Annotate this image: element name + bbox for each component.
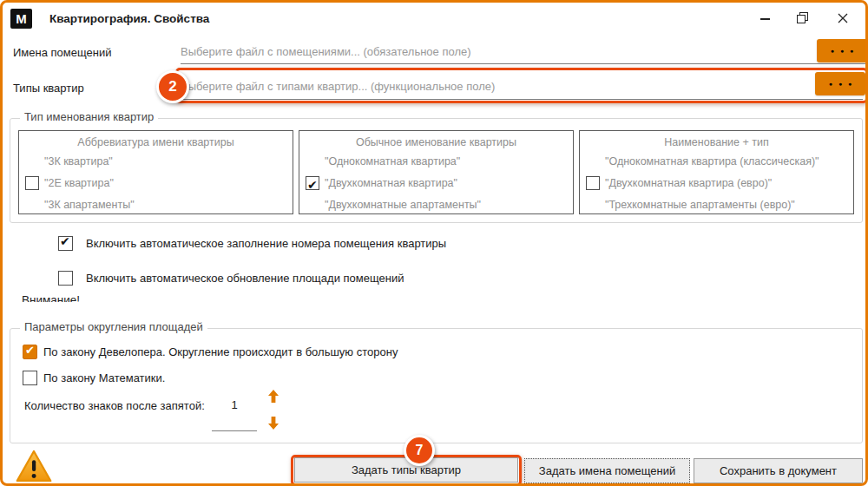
decimals-label: Количество знаков после запятой: <box>24 399 205 412</box>
naming-example: "Двухкомнатная квартира" <box>325 177 457 189</box>
set-room-names-button[interactable]: Задать имена помещений <box>524 458 690 483</box>
naming-option-checkbox[interactable] <box>586 176 600 190</box>
minimize-button[interactable] <box>749 8 780 30</box>
arrow-up-icon <box>267 390 279 406</box>
save-to-document-button[interactable]: Сохранить в документ <box>694 458 863 483</box>
ellipsis-icon: ●●● <box>823 81 858 87</box>
decimals-input[interactable]: 1 <box>212 398 257 411</box>
naming-example: "3К апартаменты" <box>44 199 135 211</box>
naming-option-checkbox[interactable] <box>306 176 319 190</box>
naming-type-group: Тип именования квартир Аббревиатура имен… <box>10 118 863 223</box>
room-names-browse-button[interactable]: ●●● <box>817 39 867 62</box>
dialog-window: M Квартирография. Свойства Имена помещен… <box>0 0 868 486</box>
naming-example: "Двухкомнатная квартира (евро)" <box>605 177 772 189</box>
minimize-icon <box>760 18 770 20</box>
auto-area-update-checkbox[interactable] <box>58 271 73 286</box>
apartment-types-label: Типы квартир <box>13 82 84 95</box>
field-underline <box>181 63 867 64</box>
room-names-field[interactable]: Выберите файл с помещениями... (обязател… <box>181 45 471 58</box>
rounding-group: Параметры округления площадей По закону … <box>10 328 863 443</box>
rounding-group-title: Параметры округления площадей <box>20 320 207 333</box>
naming-option-header: Аббревиатура имени квартиры <box>19 135 293 151</box>
apartment-types-field[interactable]: Выберите файл с типами квартир... (функц… <box>181 80 495 93</box>
apartment-types-browse-button[interactable]: ●●● <box>815 72 865 95</box>
arrow-down-icon <box>267 417 279 433</box>
window-title: Квартирография. Свойства <box>49 12 209 25</box>
ellipsis-icon: ●●● <box>825 48 860 54</box>
naming-example: "Двухкомнатные апартаменты" <box>325 199 481 211</box>
spinner-up-button[interactable] <box>266 391 280 405</box>
naming-example: "Однокомнатная квартира (классическая)" <box>605 155 819 167</box>
developer-rounding-label: По закону Девелопера. Округление происхо… <box>43 345 398 358</box>
naming-example: "2Е квартира" <box>44 177 114 189</box>
close-button[interactable] <box>827 8 858 30</box>
naming-example: "Однокомнатная квартира" <box>325 155 460 167</box>
naming-option-regular: Обычное именование квартиры "Однокомнатн… <box>299 130 574 214</box>
warning-icon <box>15 449 53 486</box>
math-rounding-checkbox[interactable] <box>23 371 37 385</box>
annotation-badge-2: 2 <box>156 70 189 103</box>
naming-example: "3К квартира" <box>44 155 113 167</box>
naming-option-header: Обычное именование квартиры <box>299 135 573 151</box>
app-logo: M <box>10 9 32 29</box>
close-icon <box>838 11 848 27</box>
set-apartment-types-button[interactable]: Задать типы квартир <box>294 457 518 483</box>
developer-rounding-checkbox[interactable] <box>23 345 37 359</box>
annotation-badge-7: 7 <box>404 435 435 466</box>
restore-icon <box>797 11 808 27</box>
naming-option-name-plus-type: Наименование + тип "Однокомнатная кварти… <box>579 130 854 214</box>
warning-note: Внимание! <box>22 292 195 302</box>
decimals-underline <box>212 430 257 431</box>
auto-number-label: Включить автоматическое заполнение номер… <box>86 237 446 250</box>
math-rounding-label: По закону Математики. <box>43 371 165 384</box>
naming-option-abbreviation: Аббревиатура имени квартиры "3К квартира… <box>18 130 293 214</box>
naming-option-header: Наименование + тип <box>580 135 853 151</box>
spinner-down-button[interactable] <box>266 417 280 432</box>
naming-option-checkbox[interactable] <box>25 176 39 190</box>
auto-number-checkbox[interactable] <box>58 236 73 251</box>
maximize-button[interactable] <box>786 8 818 30</box>
room-names-label: Имена помещений <box>13 46 111 59</box>
naming-type-group-title: Тип именования квартир <box>20 110 158 123</box>
auto-area-update-label: Включить автоматическое обновление площа… <box>86 272 404 285</box>
naming-example: "Трехкомнатные апартаменты (евро)" <box>605 199 795 211</box>
field-underline <box>181 99 863 100</box>
